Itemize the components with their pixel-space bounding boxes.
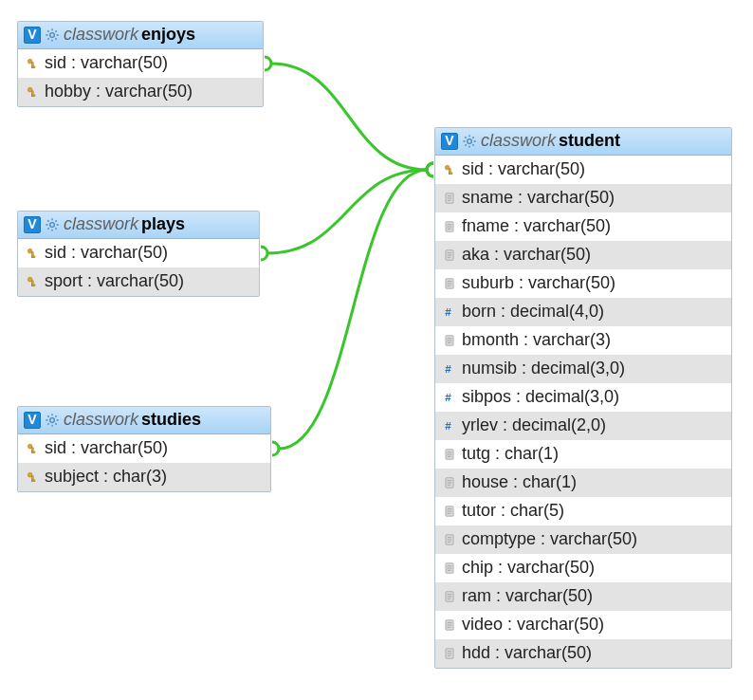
columns-list: sid : varchar(50)sname : varchar(50)fnam… <box>435 156 731 668</box>
column-row[interactable]: sid : varchar(50) <box>18 239 259 267</box>
column-label: sid : varchar(50) <box>462 160 585 179</box>
svg-rect-24 <box>449 173 452 175</box>
svg-text:#: # <box>445 305 451 318</box>
svg-rect-20 <box>31 480 35 482</box>
key-icon <box>26 470 39 484</box>
key-icon <box>26 275 39 288</box>
table-name-label: studies <box>141 411 201 430</box>
table-name-label: enjoys <box>141 26 195 45</box>
column-label: subject : char(3) <box>45 468 167 487</box>
svg-rect-10 <box>31 256 35 258</box>
text-icon <box>443 277 456 290</box>
column-label: sid : varchar(50) <box>45 439 168 458</box>
column-label: fname : varchar(50) <box>462 217 611 236</box>
column-label: sid : varchar(50) <box>45 54 168 73</box>
text-icon <box>443 505 456 518</box>
table-name-label: plays <box>141 215 185 234</box>
column-row[interactable]: suburb : varchar(50) <box>435 269 731 298</box>
svg-text:#: # <box>445 419 451 432</box>
schema-label: classwork <box>481 132 556 151</box>
table-header-plays[interactable]: V classwork plays <box>18 212 259 239</box>
column-label: sid : varchar(50) <box>45 244 168 263</box>
text-icon <box>443 448 456 461</box>
table-header-enjoys[interactable]: V classwork enjoys <box>18 22 263 49</box>
hash-icon: # <box>443 362 456 376</box>
text-icon <box>443 220 456 233</box>
view-badge-icon: V <box>24 216 41 233</box>
svg-text:#: # <box>445 391 451 403</box>
svg-point-0 <box>50 33 55 38</box>
column-label: sname : varchar(50) <box>462 189 615 208</box>
svg-point-14 <box>50 418 55 423</box>
table-header-studies[interactable]: V classwork studies <box>18 407 270 434</box>
column-row[interactable]: comptype : varchar(50) <box>435 525 731 554</box>
key-icon <box>26 247 39 260</box>
columns-list: sid : varchar(50)hobby : varchar(50) <box>18 49 263 106</box>
relationship-connector <box>267 170 427 253</box>
column-row[interactable]: #numsib : decimal(3,0) <box>435 355 731 383</box>
svg-rect-6 <box>31 95 35 97</box>
gear-icon[interactable] <box>44 412 61 429</box>
column-row[interactable]: sid : varchar(50) <box>18 49 263 78</box>
column-label: numsib : decimal(3,0) <box>462 359 625 378</box>
svg-rect-3 <box>31 66 35 68</box>
svg-point-21 <box>468 139 472 144</box>
view-badge-icon: V <box>441 133 458 150</box>
column-row[interactable]: aka : varchar(50) <box>435 241 731 269</box>
column-row[interactable]: #born : decimal(4,0) <box>435 298 731 326</box>
column-row[interactable]: sid : varchar(50) <box>18 434 270 463</box>
column-label: hdd : varchar(50) <box>462 644 592 663</box>
column-label: sibpos : decimal(3,0) <box>462 388 619 407</box>
schema-label: classwork <box>64 26 138 45</box>
table-header-student[interactable]: V classwork student <box>435 128 731 156</box>
column-label: born : decimal(4,0) <box>462 303 604 322</box>
text-icon <box>443 533 456 546</box>
svg-rect-13 <box>31 285 35 286</box>
column-row[interactable]: #sibpos : decimal(3,0) <box>435 383 731 412</box>
column-label: tutor : char(5) <box>462 502 564 521</box>
text-icon <box>443 476 456 489</box>
key-icon <box>443 163 456 176</box>
schema-label: classwork <box>64 411 138 430</box>
svg-rect-17 <box>31 451 35 453</box>
table-enjoys[interactable]: V classwork enjoys sid : varchar(50)hobb… <box>17 21 264 107</box>
key-icon <box>26 57 39 70</box>
columns-list: sid : varchar(50)subject : char(3) <box>18 434 270 491</box>
column-row[interactable]: hdd : varchar(50) <box>435 639 731 668</box>
gear-icon[interactable] <box>44 216 61 233</box>
column-row[interactable]: video : varchar(50) <box>435 611 731 639</box>
column-row[interactable]: sid : varchar(50) <box>435 156 731 184</box>
svg-point-7 <box>50 223 55 228</box>
view-badge-icon: V <box>24 27 41 44</box>
column-row[interactable]: hobby : varchar(50) <box>18 78 263 106</box>
key-icon <box>26 85 39 99</box>
relationship-connector <box>279 170 427 449</box>
column-row[interactable]: #yrlev : decimal(2,0) <box>435 412 731 440</box>
column-row[interactable]: tutor : char(5) <box>435 497 731 525</box>
column-row[interactable]: fname : varchar(50) <box>435 212 731 241</box>
column-row[interactable]: house : char(1) <box>435 469 731 497</box>
column-row[interactable]: ram : varchar(50) <box>435 582 731 611</box>
gear-icon[interactable] <box>44 27 61 44</box>
column-row[interactable]: chip : varchar(50) <box>435 554 731 582</box>
column-label: chip : varchar(50) <box>462 559 595 578</box>
view-badge-icon: V <box>24 412 41 429</box>
column-row[interactable]: sport : varchar(50) <box>18 267 259 296</box>
column-row[interactable]: bmonth : varchar(3) <box>435 326 731 355</box>
column-row[interactable]: subject : char(3) <box>18 463 270 491</box>
table-plays[interactable]: V classwork plays sid : varchar(50)sport… <box>17 211 260 297</box>
table-student[interactable]: V classwork student sid : varchar(50)sna… <box>434 127 732 669</box>
text-icon <box>443 334 456 347</box>
column-label: ram : varchar(50) <box>462 587 593 606</box>
column-label: hobby : varchar(50) <box>45 83 193 101</box>
gear-icon[interactable] <box>461 133 478 150</box>
text-icon <box>443 618 456 632</box>
column-row[interactable]: sname : varchar(50) <box>435 184 731 212</box>
table-studies[interactable]: V classwork studies sid : varchar(50)sub… <box>17 406 271 492</box>
text-icon <box>443 249 456 262</box>
column-row[interactable]: tutg : char(1) <box>435 440 731 469</box>
column-label: house : char(1) <box>462 473 577 492</box>
svg-text:#: # <box>445 362 451 375</box>
hash-icon: # <box>443 391 456 404</box>
column-label: video : varchar(50) <box>462 616 604 635</box>
